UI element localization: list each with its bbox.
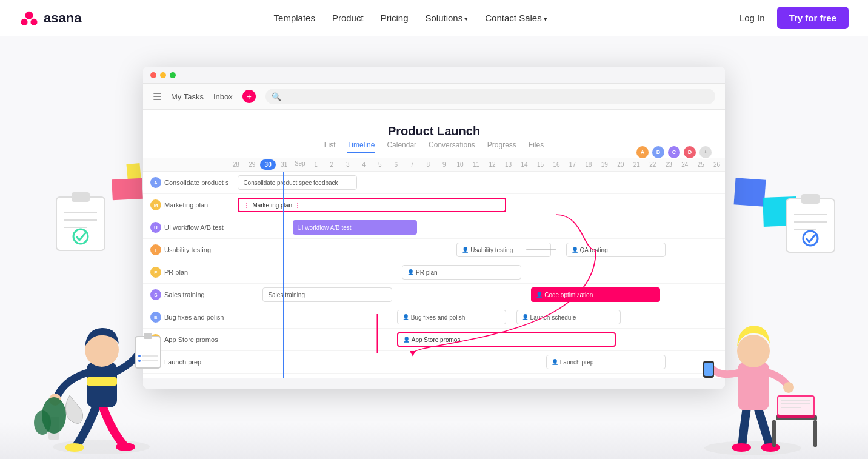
tab-conversations[interactable]: Conversations bbox=[429, 141, 475, 153]
svg-point-1 bbox=[21, 18, 27, 25]
window-close-dot bbox=[150, 72, 156, 78]
window-topbar: ☰ My Tasks Inbox + 🔍 bbox=[143, 84, 725, 110]
task-track-9: 👤Launch prep bbox=[228, 351, 725, 373]
task-bar-2[interactable]: ⋮ Marketing plan ⋮ bbox=[238, 198, 506, 212]
nav-contact-sales[interactable]: Contact Sales bbox=[485, 13, 547, 23]
nav-pricing[interactable]: Pricing bbox=[381, 13, 409, 23]
task-bar-5[interactable]: 👤PR plan bbox=[402, 265, 521, 280]
task-track-7: 👤Bug fixes and polish 👤Launch schedule bbox=[228, 306, 725, 328]
task-bar-app-promos[interactable]: 👤App Store promos bbox=[397, 332, 616, 347]
task-avatar-7: B bbox=[150, 312, 161, 323]
task-name-5: PR plan bbox=[164, 269, 188, 276]
task-bar-qa[interactable]: 👤QA testing bbox=[566, 243, 666, 257]
hamburger-icon[interactable]: ☰ bbox=[153, 91, 161, 102]
tab-calendar[interactable]: Calendar bbox=[387, 141, 416, 153]
login-link[interactable]: Log In bbox=[739, 13, 765, 23]
gantt-row-4: T Usability testing 👤Usability testing 👤… bbox=[143, 239, 725, 261]
task-bar-6[interactable]: Sales training bbox=[262, 287, 392, 302]
svg-point-2 bbox=[30, 18, 37, 25]
task-label-6: S Sales training bbox=[143, 289, 228, 300]
app-window: ☰ My Tasks Inbox + 🔍 Product Launch A B … bbox=[143, 67, 725, 389]
date-19: 19 bbox=[596, 159, 612, 170]
task-label-8: A App Store promos bbox=[143, 334, 228, 345]
window-titlebar bbox=[143, 67, 725, 84]
date-13: 13 bbox=[500, 159, 516, 170]
task-track-2: ⋮ Marketing plan ⋮ bbox=[228, 194, 725, 216]
task-bar-3[interactable]: UI workflow A/B test bbox=[293, 220, 417, 235]
tab-timeline[interactable]: Timeline bbox=[347, 141, 375, 153]
date-29: 29 bbox=[244, 159, 259, 170]
logo[interactable]: asana bbox=[19, 8, 81, 28]
date-25: 25 bbox=[693, 159, 709, 170]
topbar-inbox[interactable]: Inbox bbox=[213, 92, 233, 101]
tab-list[interactable]: List bbox=[324, 141, 336, 153]
date-4: 4 bbox=[356, 159, 372, 170]
task-avatar-9: L bbox=[150, 357, 161, 367]
window-bottom-bar bbox=[143, 378, 725, 389]
topbar-my-tasks[interactable]: My Tasks bbox=[171, 92, 204, 101]
gantt-row-7: B Bug fixes and polish 👤Bug fixes and po… bbox=[143, 306, 725, 329]
task-bar-1[interactable]: Consolidate product spec feedback bbox=[238, 175, 357, 190]
add-task-button[interactable]: + bbox=[242, 90, 256, 103]
task-track-6: Sales training 👤Code optimization bbox=[228, 284, 725, 306]
nav-actions: Log In Try for free bbox=[739, 7, 849, 29]
svg-rect-9 bbox=[786, 199, 835, 252]
date-6: 6 bbox=[388, 159, 404, 170]
tab-progress[interactable]: Progress bbox=[487, 141, 516, 153]
nav-solutions[interactable]: Solutions bbox=[426, 13, 469, 23]
date-17: 17 bbox=[564, 159, 580, 170]
nav-product[interactable]: Product bbox=[332, 13, 364, 23]
date-23: 23 bbox=[661, 159, 676, 170]
nav-templates[interactable]: Templates bbox=[274, 13, 315, 23]
task-bar-usability[interactable]: 👤Usability testing bbox=[456, 243, 551, 257]
date-18: 18 bbox=[581, 159, 596, 170]
task-avatar-3: U bbox=[150, 222, 161, 233]
task-track-1: Consolidate product spec feedback bbox=[228, 172, 725, 193]
svg-point-23 bbox=[138, 355, 141, 357]
task-label-1: A Consolidate product spec feedback bbox=[143, 177, 228, 188]
gantt-row-9: L Launch prep 👤Launch prep bbox=[143, 351, 725, 374]
sticky-note-yellow-left bbox=[126, 163, 141, 186]
search-bar[interactable]: 🔍 bbox=[265, 89, 715, 104]
date-22: 22 bbox=[645, 159, 661, 170]
task-avatar-1: A bbox=[150, 177, 161, 188]
task-track-5: 👤PR plan bbox=[228, 261, 725, 283]
svg-rect-4 bbox=[72, 192, 90, 202]
svg-rect-3 bbox=[56, 197, 105, 250]
task-name-7: Bug fixes and polish bbox=[164, 313, 224, 321]
date-15: 15 bbox=[532, 159, 548, 170]
task-label-7: B Bug fixes and polish bbox=[143, 312, 228, 323]
add-member-button[interactable]: + bbox=[698, 145, 713, 159]
date-ruler: 28 29 30 31 Sep 1 2 3 4 5 6 7 8 9 10 11 … bbox=[143, 158, 725, 172]
task-name-2: Marketing plan bbox=[164, 201, 208, 209]
task-track-8: 👤App Store promos bbox=[228, 329, 725, 350]
task-label-4: T Usability testing bbox=[143, 244, 228, 255]
svg-point-27 bbox=[85, 333, 119, 367]
task-name-6: Sales training bbox=[164, 291, 205, 298]
window-minimize-dot bbox=[160, 72, 166, 78]
tab-files[interactable]: Files bbox=[529, 141, 544, 153]
sticky-note-blue-right bbox=[734, 178, 766, 206]
task-bar-bugs[interactable]: 👤Bug fixes and polish bbox=[397, 310, 506, 324]
clipboard-right-icon bbox=[783, 193, 838, 253]
view-tabs: List Timeline Calendar Conversations Pro… bbox=[153, 141, 715, 158]
gantt-row-8: A App Store promos 👤App Store promos bbox=[143, 329, 725, 351]
task-label-5: P PR plan bbox=[143, 267, 228, 278]
sticky-note-cyan-right bbox=[763, 196, 797, 227]
project-avatars: A B C D + bbox=[635, 145, 713, 159]
gantt-row-1: A Consolidate product spec feedback Cons… bbox=[143, 172, 725, 194]
task-avatar-8: A bbox=[150, 334, 161, 345]
task-label-9: L Launch prep bbox=[143, 357, 228, 367]
date-8: 8 bbox=[420, 159, 436, 170]
task-bar-code-opt[interactable]: 👤Code optimization bbox=[531, 287, 660, 302]
task-name-1: Consolidate product spec feedback bbox=[164, 179, 228, 186]
date-24: 24 bbox=[676, 159, 692, 170]
task-bar-launch-prep[interactable]: 👤Launch prep bbox=[546, 355, 666, 369]
task-avatar-4: T bbox=[150, 244, 161, 255]
clipboard-left-icon bbox=[53, 191, 108, 252]
avatar-1: A bbox=[635, 145, 650, 159]
svg-point-24 bbox=[138, 360, 141, 362]
task-bar-launch-sched[interactable]: 👤Launch schedule bbox=[516, 310, 621, 324]
gantt-row-2: M Marketing plan ⋮ Marketing plan ⋮ bbox=[143, 194, 725, 216]
try-free-button[interactable]: Try for free bbox=[777, 7, 849, 29]
